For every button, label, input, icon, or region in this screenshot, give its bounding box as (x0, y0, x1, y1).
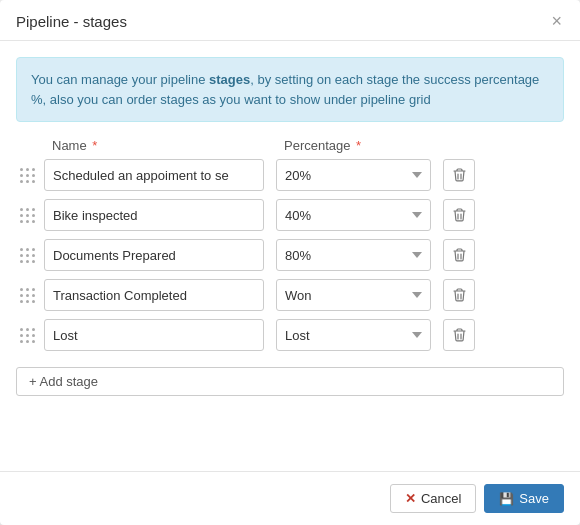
cancel-label: Cancel (421, 491, 461, 506)
drag-dot (20, 288, 23, 291)
stage-percentage-select[interactable]: 20%40%60%80%WonLost (276, 319, 431, 351)
stage-name-input[interactable] (44, 199, 264, 231)
drag-dot (20, 260, 23, 263)
drag-handle[interactable] (16, 204, 44, 227)
drag-dot (20, 174, 23, 177)
stage-row: 20%40%60%80%WonLost (16, 199, 564, 231)
drag-dot (32, 254, 35, 257)
info-box: You can manage your pipeline stages, by … (16, 57, 564, 122)
stage-row: 20%40%60%80%WonLost (16, 279, 564, 311)
drag-dot (32, 180, 35, 183)
percentage-column-header: Percentage * (284, 138, 439, 153)
drag-dot (20, 300, 23, 303)
add-stage-button[interactable]: + Add stage (16, 367, 564, 396)
save-label: Save (519, 491, 549, 506)
drag-dot (20, 340, 23, 343)
drag-dot (32, 174, 35, 177)
drag-dot (32, 220, 35, 223)
drag-dot (26, 328, 29, 331)
cancel-button[interactable]: ✕ Cancel (390, 484, 476, 513)
modal-title: Pipeline - stages (16, 13, 127, 30)
drag-dot (20, 168, 23, 171)
stage-row: 20%40%60%80%WonLost (16, 319, 564, 351)
drag-handle[interactable] (16, 284, 44, 307)
drag-dot (20, 208, 23, 211)
modal-header: Pipeline - stages × (0, 0, 580, 41)
drag-dot (20, 328, 23, 331)
stage-name-input[interactable] (44, 239, 264, 271)
delete-stage-button[interactable] (443, 239, 475, 271)
modal-body: You can manage your pipeline stages, by … (0, 41, 580, 471)
stage-percentage-select[interactable]: 20%40%60%80%WonLost (276, 239, 431, 271)
drag-dot (26, 254, 29, 257)
drag-dot (32, 208, 35, 211)
drag-dot (26, 334, 29, 337)
drag-dot (32, 288, 35, 291)
close-button[interactable]: × (549, 12, 564, 30)
stage-row: 20%40%60%80%WonLost (16, 159, 564, 191)
drag-dot (26, 214, 29, 217)
drag-dot (20, 220, 23, 223)
stages-list: 20%40%60%80%WonLost20%40%60%80%WonLost20… (16, 159, 564, 359)
modal-footer: ✕ Cancel 💾 Save (0, 471, 580, 525)
stage-name-input[interactable] (44, 159, 264, 191)
stage-name-input[interactable] (44, 279, 264, 311)
stage-name-input[interactable] (44, 319, 264, 351)
cancel-x-icon: ✕ (405, 491, 416, 506)
drag-dot (26, 300, 29, 303)
stage-percentage-select[interactable]: 20%40%60%80%WonLost (276, 159, 431, 191)
drag-dot (26, 208, 29, 211)
drag-dot (20, 254, 23, 257)
drag-dot (20, 214, 23, 217)
delete-stage-button[interactable] (443, 279, 475, 311)
drag-dot (26, 288, 29, 291)
drag-dot (32, 300, 35, 303)
name-column-header: Name * (52, 138, 272, 153)
drag-dot (32, 168, 35, 171)
drag-dot (20, 248, 23, 251)
name-required-star: * (89, 138, 98, 153)
delete-stage-button[interactable] (443, 199, 475, 231)
stages-header: Name * Percentage * (16, 138, 564, 153)
info-text-bold: stages (209, 72, 250, 87)
pct-required-star: * (353, 138, 362, 153)
drag-dot (32, 294, 35, 297)
drag-dot (32, 214, 35, 217)
save-icon: 💾 (499, 492, 514, 506)
drag-handle[interactable] (16, 164, 44, 187)
drag-dot (26, 248, 29, 251)
pipeline-stages-modal: Pipeline - stages × You can manage your … (0, 0, 580, 525)
drag-dot (32, 334, 35, 337)
save-button[interactable]: 💾 Save (484, 484, 564, 513)
stage-percentage-select[interactable]: 20%40%60%80%WonLost (276, 279, 431, 311)
drag-dot (20, 334, 23, 337)
delete-stage-button[interactable] (443, 159, 475, 191)
drag-dot (32, 260, 35, 263)
drag-handle[interactable] (16, 324, 44, 347)
drag-dot (32, 328, 35, 331)
drag-dot (26, 340, 29, 343)
stage-percentage-select[interactable]: 20%40%60%80%WonLost (276, 199, 431, 231)
drag-dot (26, 180, 29, 183)
info-text-before: You can manage your pipeline (31, 72, 209, 87)
drag-dot (26, 294, 29, 297)
drag-dot (26, 174, 29, 177)
drag-dot (26, 260, 29, 263)
drag-dot (32, 248, 35, 251)
drag-dot (32, 340, 35, 343)
delete-stage-button[interactable] (443, 319, 475, 351)
drag-dot (20, 180, 23, 183)
stage-row: 20%40%60%80%WonLost (16, 239, 564, 271)
drag-dot (26, 220, 29, 223)
drag-dot (26, 168, 29, 171)
drag-handle[interactable] (16, 244, 44, 267)
drag-dot (20, 294, 23, 297)
